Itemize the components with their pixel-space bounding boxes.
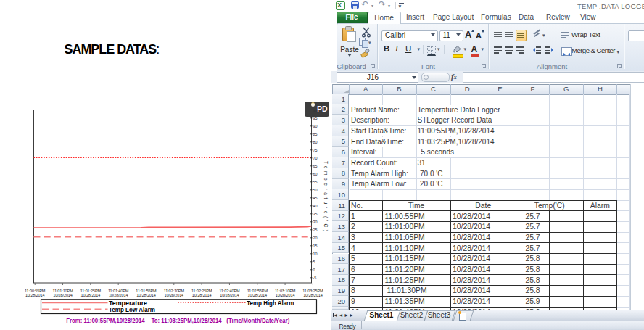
svg-text:11:02:25PM: 11:02:25PM [191, 289, 212, 293]
svg-text:10/28/2014: 10/28/2014 [53, 293, 73, 297]
svg-text:90: 90 [313, 124, 318, 128]
svg-text:10/28/2014: 10/28/2014 [192, 293, 212, 297]
svg-text:10/28/2014: 10/28/2014 [109, 293, 128, 297]
svg-text:45: 45 [313, 196, 318, 200]
svg-text:20: 20 [313, 236, 318, 240]
svg-text:11:01:40PM: 11:01:40PM [108, 289, 129, 293]
svg-text:40: 40 [313, 204, 318, 208]
svg-text:11:02:10PM: 11:02:10PM [164, 289, 185, 293]
svg-text:55: 55 [313, 180, 318, 184]
svg-text:50: 50 [313, 188, 318, 192]
svg-text:0: 0 [313, 268, 315, 272]
svg-text:From: 11:00:55PM,10/28/2014: From: 11:00:55PM,10/28/2014 [66, 317, 145, 324]
svg-text:Temp Low Alarm: Temp Low Alarm [109, 305, 155, 313]
svg-text:11:00:55PM: 11:00:55PM [25, 289, 46, 293]
svg-text:10/28/2014: 10/28/2014 [303, 293, 323, 297]
svg-text:70: 70 [313, 156, 318, 160]
svg-text:11:01:25PM: 11:01:25PM [80, 289, 102, 293]
svg-text:10/28/2014: 10/28/2014 [136, 293, 156, 297]
svg-text:Temp High Alarm: Temp High Alarm [247, 299, 294, 307]
svg-text:80: 80 [313, 140, 318, 144]
svg-text:60: 60 [313, 172, 318, 176]
svg-text:5: 5 [313, 260, 315, 264]
svg-text:11:01:10PM: 11:01:10PM [52, 289, 73, 293]
svg-text:65: 65 [313, 164, 318, 168]
svg-text:10/28/2014: 10/28/2014 [220, 293, 239, 297]
svg-text:30: 30 [313, 220, 318, 224]
svg-text:75: 75 [313, 148, 318, 152]
svg-text:10/28/2014: 10/28/2014 [81, 293, 101, 297]
svg-text:10/28/2014: 10/28/2014 [247, 293, 267, 297]
svg-text:10/28/2014: 10/28/2014 [276, 293, 295, 297]
svg-text:-5: -5 [313, 276, 317, 280]
svg-text:Temperature('C): Temperature('C) [323, 161, 329, 231]
svg-text:85: 85 [313, 132, 318, 136]
svg-text:25: 25 [313, 228, 318, 232]
svg-text:10/28/2014: 10/28/2014 [165, 293, 184, 297]
svg-text:11:01:55PM: 11:01:55PM [136, 289, 157, 293]
svg-text:10/28/2014: 10/28/2014 [25, 293, 45, 297]
svg-text:To: 11:03:25PM,10/28/2014: To: 11:03:25PM,10/28/2014 [152, 317, 223, 324]
svg-text:11:02:55PM: 11:02:55PM [247, 289, 268, 293]
svg-text:11:03:25PM: 11:03:25PM [302, 289, 323, 293]
svg-text:11:02:40PM: 11:02:40PM [219, 289, 240, 293]
svg-text:10: 10 [313, 252, 318, 256]
svg-text:35: 35 [313, 212, 318, 216]
svg-text:11:03:10PM: 11:03:10PM [275, 289, 296, 293]
svg-text:15: 15 [313, 244, 318, 248]
svg-text:(Time/Month/Date/Year): (Time/Month/Date/Year) [226, 317, 289, 324]
